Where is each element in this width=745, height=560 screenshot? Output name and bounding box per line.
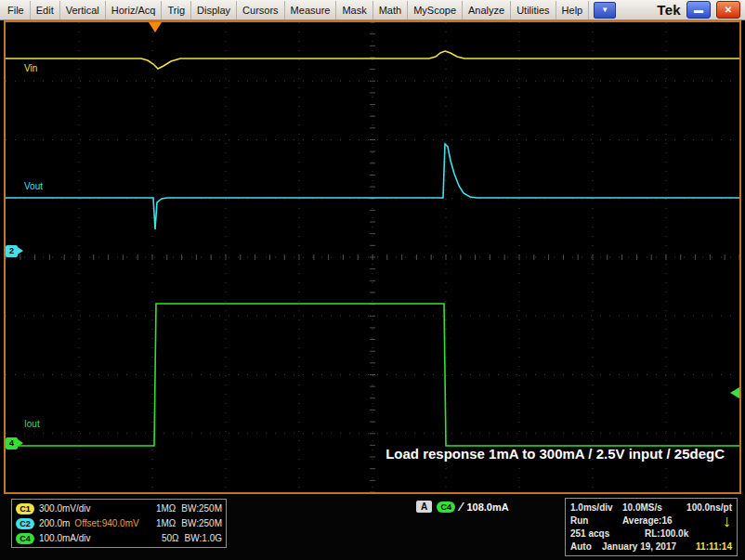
trigger-position-marker[interactable] [149, 22, 162, 33]
trace-label-iout: Iout [24, 419, 40, 429]
titlebar-right: Tek ▬ ✕ [657, 1, 745, 19]
trigger-a-badge: A [416, 501, 432, 513]
trigger-level-value: 108.0mA [466, 501, 508, 513]
acquisition-state: Run [570, 515, 622, 526]
menu-item-cursors[interactable]: Cursors [237, 1, 285, 20]
waveform-display: Vin Vout Iout 2 4 Load response 1mA to 3… [4, 20, 741, 494]
menu-item-trig[interactable]: Trig [162, 1, 191, 20]
menu-item-analyze[interactable]: Analyze [463, 1, 511, 20]
trace-label-vin: Vin [24, 63, 37, 73]
time-value: 11:11:14 [676, 541, 732, 552]
channel2-position-marker[interactable]: 2 [6, 244, 23, 257]
arrow-down-icon: ↓ [723, 513, 731, 529]
close-button[interactable]: ✕ [716, 1, 740, 19]
tek-logo: Tek [657, 2, 681, 18]
trigger-level-marker[interactable] [730, 387, 739, 398]
annotation-text: Load response 1mA to 300mA / 2.5V input … [386, 446, 725, 462]
trigger-source-badge: C4 [437, 501, 455, 513]
menu-item-edit[interactable]: Edit [31, 1, 60, 20]
channel4-position-marker[interactable]: 4 [6, 436, 23, 449]
menu-bar: File Edit Vertical Horiz/Acq Trig Displa… [0, 0, 745, 20]
channel1-readout[interactable]: C1 300.0mV/div 1MΩ BW:250M [16, 501, 222, 515]
status-bar: C1 300.0mV/div 1MΩ BW:250M C2 200.0m Off… [0, 494, 745, 560]
channel1-bandwidth: BW:250M [181, 503, 222, 514]
record-length-value: RL:100.0k [645, 528, 688, 539]
rising-edge-icon: ∕ [460, 500, 462, 514]
channel2-badge[interactable]: C2 [16, 518, 34, 529]
channel4-impedance: 50Ω [162, 533, 179, 543]
waveform-svg [6, 22, 739, 492]
menu-item-display[interactable]: Display [191, 1, 237, 20]
channel1-scale: 300.0mV/div [39, 503, 104, 514]
channel2-impedance: 1MΩ [156, 518, 176, 528]
date-value: January 19, 2017 [602, 541, 676, 552]
trigger-mode: Auto [570, 541, 602, 552]
channel2-offset: Offset:940.0mV [74, 518, 138, 528]
channel2-scale: 200.0m [39, 518, 70, 528]
menu-item-math[interactable]: Math [373, 1, 408, 20]
menu-item-utilities[interactable]: Utilities [511, 1, 555, 20]
channel1-impedance: 1MΩ [156, 503, 176, 514]
arrow-right-icon [18, 439, 23, 447]
channel4-badge[interactable]: C4 [16, 533, 34, 544]
chevron-down-icon: ▼ [601, 6, 608, 14]
horizontal-acquisition-readout[interactable]: 1.0ms/div 10.0MS/s 100.0ns/pt Run Averag… [565, 498, 738, 556]
sample-rate-value: 10.0MS/s [622, 502, 680, 513]
menu-item-file[interactable]: File [2, 1, 31, 20]
menu-item-horiz-acq[interactable]: Horiz/Acq [106, 1, 163, 20]
menu-item-measure[interactable]: Measure [285, 1, 337, 20]
menu-item-vertical[interactable]: Vertical [60, 1, 106, 20]
channel-readouts[interactable]: C1 300.0mV/div 1MΩ BW:250M C2 200.0m Off… [11, 499, 227, 548]
timebase-value: 1.0ms/div [570, 502, 622, 513]
average-value: Average:16 [622, 515, 673, 526]
trace-label-vout: Vout [24, 181, 43, 191]
oscilloscope-window: { "menu": { "items": ["File","Edit","Ver… [0, 0, 745, 560]
minimize-button[interactable]: ▬ [686, 1, 711, 19]
channel2-marker-label: 2 [6, 245, 18, 257]
channel4-marker-label: 4 [6, 437, 18, 449]
channel2-readout[interactable]: C2 200.0m Offset:940.0mV 1MΩ BW:250M [16, 516, 222, 530]
channel4-scale: 100.0mA/div [39, 533, 104, 543]
close-icon: ✕ [725, 6, 732, 15]
minimize-icon: ▬ [694, 6, 703, 15]
graticule-grid [6, 22, 739, 492]
resolution-value: 100.0ns/pt [680, 502, 732, 513]
channel2-bandwidth: BW:250M [181, 518, 222, 528]
channel4-readout[interactable]: C4 100.0mA/div 50Ω BW:1.0G [16, 531, 222, 545]
acquisition-count: 251 acqs [570, 528, 645, 539]
channel1-badge[interactable]: C1 [16, 503, 34, 514]
menu-item-help[interactable]: Help [556, 1, 590, 20]
arrow-right-icon [18, 247, 23, 254]
menu-item-mask[interactable]: Mask [336, 1, 372, 20]
menu-dropdown-button[interactable]: ▼ [594, 2, 616, 19]
channel4-bandwidth: BW:1.0G [185, 533, 222, 543]
trigger-readout[interactable]: A C4 ∕ 108.0mA [416, 500, 509, 514]
menu-item-myscope[interactable]: MyScope [408, 1, 463, 20]
